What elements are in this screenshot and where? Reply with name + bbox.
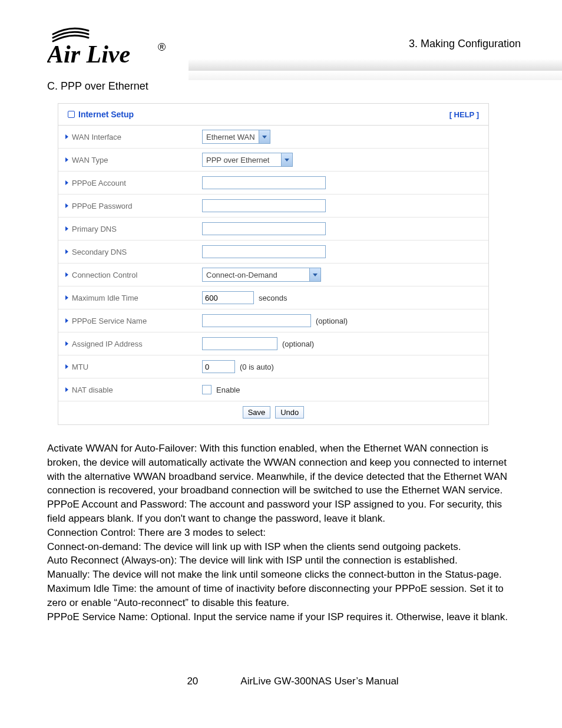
label-connection-control: Connection Control xyxy=(72,271,137,279)
paragraph: PPPoE Service Name: Optional. Input the … xyxy=(47,610,518,624)
paragraph: Activate WWAN for Auto-Failover: With th… xyxy=(47,442,518,498)
paragraph: Maximum Idle Time: the amount of time of… xyxy=(47,582,518,610)
triangle-icon xyxy=(65,295,68,300)
service-name-hint: (optional) xyxy=(316,317,348,325)
chevron-down-icon xyxy=(281,153,292,166)
paragraph: PPPoE Account and Password: The account … xyxy=(47,498,518,526)
triangle-icon xyxy=(65,249,68,254)
label-mtu: MTU xyxy=(72,363,88,371)
label-primary-dns: Primary DNS xyxy=(72,225,117,233)
note-icon xyxy=(68,111,75,118)
nat-disable-checkbox[interactable] xyxy=(202,385,211,394)
paragraph: Connect-on-demand: The device will link … xyxy=(47,540,518,554)
panel-title-text: Internet Setup xyxy=(78,110,134,119)
airlive-logo: Air Live ® xyxy=(47,24,177,70)
max-idle-suffix: seconds xyxy=(259,294,287,302)
section-title: C. PPP over Ethernet xyxy=(47,80,538,93)
svg-text:®: ® xyxy=(158,41,166,53)
assigned-ip-input[interactable] xyxy=(202,337,277,350)
nat-disable-checkbox-label: Enable xyxy=(216,386,240,394)
mtu-hint: (0 is auto) xyxy=(240,363,274,371)
service-name-input[interactable] xyxy=(202,314,311,327)
label-wan-interface: WAN Interface xyxy=(72,133,121,141)
internet-setup-panel: Internet Setup [ HELP ] WAN Interface Et… xyxy=(58,103,489,425)
pppoe-account-input[interactable] xyxy=(202,176,326,189)
wan-interface-value: Ethernet WAN xyxy=(203,133,259,141)
label-max-idle: Maximum Idle Time xyxy=(72,294,138,302)
triangle-icon xyxy=(65,134,68,139)
triangle-icon xyxy=(65,272,68,277)
label-assigned-ip: Assigned IP Address xyxy=(72,340,143,348)
paragraph: Connection Control: There are 3 modes to… xyxy=(47,526,518,540)
triangle-icon xyxy=(65,387,68,392)
chevron-down-icon xyxy=(259,130,270,143)
svg-text:Air Live: Air Live xyxy=(47,41,130,68)
max-idle-input[interactable] xyxy=(202,291,254,304)
triangle-icon xyxy=(65,318,68,323)
decorative-gradient xyxy=(189,59,562,80)
description-text: Activate WWAN for Auto-Failover: With th… xyxy=(47,442,518,624)
manual-title: AirLive GW-300NAS User’s Manual xyxy=(240,676,398,687)
pppoe-password-input[interactable] xyxy=(202,199,326,212)
triangle-icon xyxy=(65,341,68,346)
assigned-ip-hint: (optional) xyxy=(282,340,314,348)
triangle-icon xyxy=(65,226,68,231)
panel-title: Internet Setup xyxy=(68,110,134,119)
help-link[interactable]: [ HELP ] xyxy=(449,110,479,119)
triangle-icon xyxy=(65,180,68,185)
label-pppoe-account: PPPoE Account xyxy=(72,179,126,187)
chevron-down-icon xyxy=(309,268,320,281)
page-number: 20 xyxy=(187,676,198,687)
save-button[interactable]: Save xyxy=(243,406,271,419)
primary-dns-input[interactable] xyxy=(202,222,326,235)
paragraph: Auto Reconnect (Always-on): The device w… xyxy=(47,554,518,568)
triangle-icon xyxy=(65,157,68,162)
connection-control-select[interactable]: Connect-on-Demand xyxy=(202,268,321,282)
label-nat-disable: NAT disable xyxy=(72,386,113,394)
wan-interface-select[interactable]: Ethernet WAN xyxy=(202,130,270,144)
mtu-input[interactable] xyxy=(202,360,235,373)
triangle-icon xyxy=(65,203,68,208)
breadcrumb: 3. Making Configuration xyxy=(409,38,521,50)
triangle-icon xyxy=(65,364,68,369)
label-service-name: PPPoE Service Name xyxy=(72,317,147,325)
secondary-dns-input[interactable] xyxy=(202,245,326,258)
label-secondary-dns: Secondary DNS xyxy=(72,248,127,256)
undo-button[interactable]: Undo xyxy=(275,406,304,419)
wan-type-select[interactable]: PPP over Ethernet xyxy=(202,153,293,167)
connection-control-value: Connect-on-Demand xyxy=(203,271,281,279)
wan-type-value: PPP over Ethernet xyxy=(203,156,273,164)
label-pppoe-password: PPPoE Password xyxy=(72,202,133,210)
label-wan-type: WAN Type xyxy=(72,156,108,164)
paragraph: Manually: The device will not make the l… xyxy=(47,568,518,582)
